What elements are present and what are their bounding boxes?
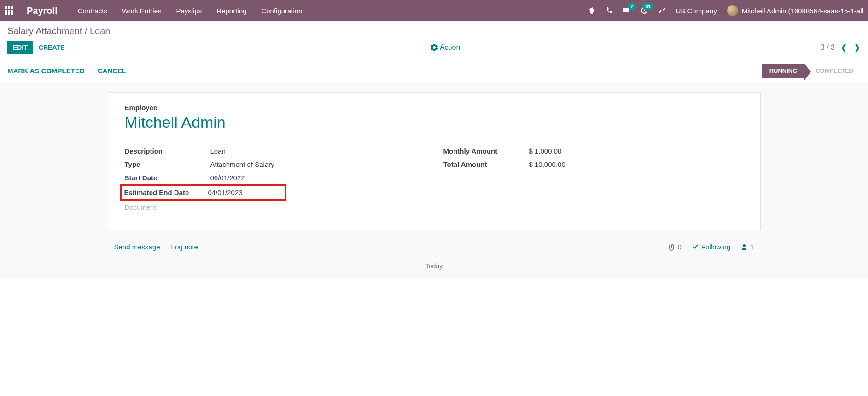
- type-label: Type: [125, 160, 210, 168]
- followers-number: 1: [750, 243, 754, 251]
- status-steps: RUNNING COMPLETED: [762, 64, 861, 78]
- status-bar: MARK AS COMPLETED CANCEL RUNNING COMPLET…: [0, 59, 868, 83]
- form-view: Employee Mitchell Admin Description Loan…: [0, 83, 868, 279]
- top-navbar: Payroll Contracts Work Entries Payslips …: [0, 0, 868, 21]
- check-icon: [692, 243, 699, 251]
- following-button[interactable]: Following: [692, 243, 730, 251]
- bug-icon[interactable]: [588, 7, 595, 14]
- field-monthly-amount: Monthly Amount $ 1,000.00: [443, 144, 744, 158]
- send-message-button[interactable]: Send message: [114, 243, 160, 251]
- activities-icon[interactable]: 31: [641, 7, 648, 14]
- phone-icon[interactable]: [606, 7, 613, 14]
- edit-button[interactable]: EDIT: [7, 41, 33, 54]
- start-date-label: Start Date: [125, 174, 210, 182]
- create-button[interactable]: CREATE: [33, 41, 70, 54]
- log-note-button[interactable]: Log note: [171, 243, 198, 251]
- today-label: Today: [425, 262, 443, 270]
- employee-name[interactable]: Mitchell Admin: [125, 113, 744, 131]
- followers-button[interactable]: 1: [740, 243, 754, 251]
- chatter-divider: Today: [108, 262, 761, 270]
- avatar: [727, 5, 738, 16]
- nav-payslips[interactable]: Payslips: [176, 7, 202, 15]
- monthly-amount-label: Monthly Amount: [443, 147, 529, 155]
- apps-icon[interactable]: [5, 6, 13, 15]
- app-brand[interactable]: Payroll: [27, 6, 58, 16]
- total-amount-label: Total Amount: [443, 160, 529, 168]
- nav-configuration[interactable]: Configuration: [261, 7, 302, 15]
- field-total-amount: Total Amount $ 10,000.00: [443, 158, 744, 171]
- description-label: Description: [125, 147, 210, 155]
- gear-icon: [431, 44, 438, 51]
- end-date-label: Estimated End Date: [124, 189, 208, 196]
- nav-contracts[interactable]: Contracts: [78, 7, 107, 15]
- person-icon: [740, 243, 748, 251]
- end-date-value: 04/01/2023: [208, 189, 243, 196]
- description-value: Loan: [210, 147, 226, 155]
- user-name: Mitchell Admin (16088564-saas-15-1-all: [742, 7, 863, 15]
- paperclip-icon: [668, 243, 675, 251]
- attachments-count[interactable]: 0: [668, 243, 681, 251]
- attachments-number: 0: [677, 243, 681, 251]
- nav-work-entries[interactable]: Work Entries: [122, 7, 162, 15]
- pager-prev[interactable]: ❮: [840, 42, 847, 53]
- company-switcher[interactable]: US Company: [676, 7, 717, 15]
- activities-badge: 31: [642, 3, 653, 10]
- pager: 3 / 3 ❮ ❯: [821, 42, 861, 53]
- following-label: Following: [701, 243, 730, 251]
- action-label: Action: [440, 43, 460, 52]
- field-description: Description Loan: [125, 144, 425, 158]
- type-value: Attachment of Salary: [210, 160, 274, 168]
- user-menu[interactable]: Mitchell Admin (16088564-saas-15-1-all: [727, 5, 863, 16]
- monthly-amount-value: $ 1,000.00: [529, 147, 562, 155]
- tools-icon[interactable]: [658, 7, 665, 14]
- messages-icon[interactable]: 7: [623, 7, 630, 14]
- document-link[interactable]: Document: [125, 203, 425, 211]
- nav-links: Contracts Work Entries Payslips Reportin…: [78, 7, 303, 15]
- chatter: Send message Log note 0 Following 1 Toda: [108, 238, 761, 270]
- field-estimated-end-date: Estimated End Date 04/01/2023: [120, 184, 286, 201]
- form-sheet: Employee Mitchell Admin Description Loan…: [108, 92, 761, 230]
- control-panel: Salary Attachment / Loan EDIT CREATE Act…: [0, 21, 868, 59]
- form-right-column: Monthly Amount $ 1,000.00 Total Amount $…: [443, 144, 744, 211]
- action-dropdown[interactable]: Action: [431, 43, 460, 52]
- messages-badge: 7: [628, 3, 636, 10]
- form-left-column: Description Loan Type Attachment of Sala…: [125, 144, 425, 211]
- breadcrumb-current: Loan: [90, 26, 111, 36]
- employee-label: Employee: [125, 104, 744, 112]
- nav-reporting[interactable]: Reporting: [216, 7, 246, 15]
- pager-text: 3 / 3: [821, 43, 835, 52]
- field-type: Type Attachment of Salary: [125, 158, 425, 171]
- status-running[interactable]: RUNNING: [762, 64, 805, 78]
- breadcrumb: Salary Attachment / Loan: [0, 21, 868, 38]
- breadcrumb-separator: /: [85, 26, 90, 36]
- status-completed[interactable]: COMPLETED: [804, 64, 861, 78]
- pager-next[interactable]: ❯: [854, 42, 861, 53]
- field-start-date: Start Date 06/01/2022: [125, 171, 425, 184]
- total-amount-value: $ 10,000.00: [529, 160, 565, 168]
- mark-completed-button[interactable]: MARK AS COMPLETED: [7, 67, 85, 75]
- cancel-button[interactable]: CANCEL: [98, 67, 127, 75]
- start-date-value: 06/01/2022: [210, 174, 245, 182]
- breadcrumb-parent[interactable]: Salary Attachment: [7, 26, 82, 36]
